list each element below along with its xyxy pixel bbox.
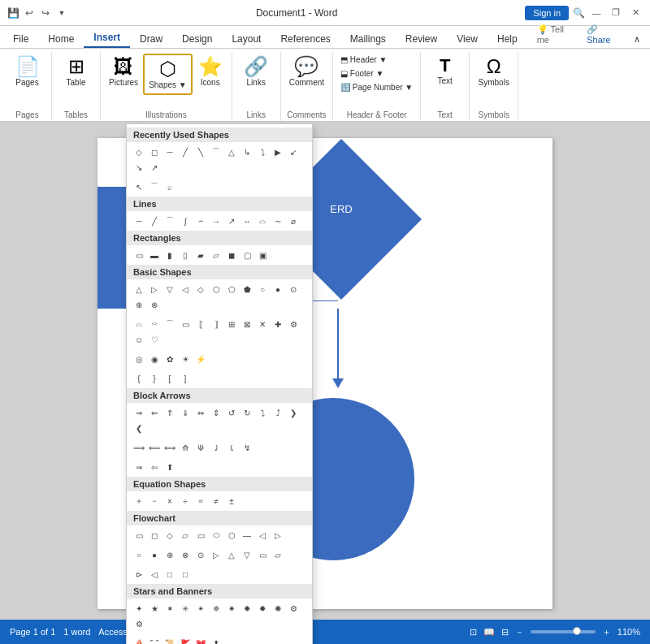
bs-brace[interactable]: ⟦ [193,317,208,331]
tell-me[interactable]: 💡 Tell me [527,21,578,48]
fc-stor[interactable]: ⬭ [209,528,223,542]
ba2-7[interactable]: ⤹ [224,440,239,455]
ba-lr[interactable]: ⇔ [193,405,208,420]
bs-brace2[interactable]: ⟧ [209,317,223,331]
tab-help[interactable]: Help [488,30,527,48]
tab-layout[interactable]: Layout [222,30,271,48]
ba-right[interactable]: ⇒ [132,405,146,420]
banner-wave1[interactable]: ⛵ [132,636,146,644]
rect-snip3[interactable]: ▰ [193,248,208,262]
bs-gear[interactable]: ⚙ [286,317,301,331]
bs-oval[interactable]: ○ [255,282,270,296]
ba-up[interactable]: ⇑ [162,405,177,420]
line-curve[interactable]: ⌓ [255,214,270,228]
ba3-2[interactable]: ⇦ [147,460,162,474]
banner-up[interactable]: ⬆ [209,636,223,644]
ba3-3[interactable]: ⬆ [162,460,177,474]
shape-arrow-curve[interactable]: ⤵ [255,145,270,159]
eq-minus[interactable]: － [147,494,162,508]
bs-ltri[interactable]: ◁ [178,282,193,296]
star-16pt[interactable]: ✸ [240,601,254,616]
shape-r3[interactable]: ⌕ [162,179,177,194]
star-32pt[interactable]: ✺ [271,601,285,616]
line-dbl[interactable]: ↔ [240,214,254,228]
shape-arc[interactable]: ⌒ [209,145,223,159]
zoom-out-button[interactable]: － [515,626,524,638]
page-number-button[interactable]: 🔢 Page Number ▼ [338,81,415,93]
pages-button[interactable]: 📄 Pages [11,54,44,90]
footer-button[interactable]: ⬓ Footer ▼ [338,67,386,80]
shape-diag1[interactable]: ╱ [178,145,193,159]
star-10pt[interactable]: ✵ [209,601,223,616]
eq-eq[interactable]: ＝ [193,494,208,508]
tab-file[interactable]: File [3,30,38,48]
collapse-ribbon-button[interactable]: ∧ [624,31,650,48]
ba-curve-d[interactable]: ⤵ [255,405,270,420]
banner-wave2[interactable]: ⛶ [147,636,162,644]
star-8pt[interactable]: ✴ [193,601,208,616]
fc2-1[interactable]: ○ [132,547,146,562]
line-straight[interactable]: ─ [132,214,146,228]
fc2-9[interactable]: ▭ [255,547,270,562]
fc-term[interactable]: ◻ [147,528,162,542]
star-24pt[interactable]: ✹ [255,601,270,616]
bs-dtri[interactable]: ▽ [162,282,177,296]
ba2-2[interactable]: ⟸ [147,440,162,455]
bs-no[interactable]: ⊠ [240,317,254,331]
line-diag[interactable]: ╱ [147,214,162,228]
fc2-7[interactable]: △ [224,547,239,562]
bs-line[interactable]: ✕ [255,317,270,331]
bs-arc[interactable]: ⌓ [132,317,146,331]
bs-x[interactable]: ⊗ [147,297,162,312]
rect-note[interactable]: ▣ [255,248,270,262]
rect-diag[interactable]: ▱ [209,248,223,262]
share-button[interactable]: 🔗 Share [577,21,624,48]
bs-plus[interactable]: ⊞ [224,317,239,331]
zoom-level[interactable]: 110% [618,627,640,637]
bs-sun[interactable]: ☀ [178,352,193,366]
bs-sr[interactable]: ] [178,371,193,386]
view-web-icon[interactable]: ⊟ [501,627,509,638]
bs-oct[interactable]: ⬟ [240,282,254,296]
ba-left[interactable]: ⇐ [147,405,162,420]
fc2-5[interactable]: ⊙ [193,547,208,562]
ba-curve-u[interactable]: ⤴ [271,405,285,420]
header-button[interactable]: ⬒ Header ▼ [338,54,389,66]
star-4pt[interactable]: ✦ [132,601,146,616]
fc-sort[interactable]: ◁ [255,528,270,542]
tab-review[interactable]: Review [396,30,447,48]
rect-double[interactable]: ◼ [224,248,239,262]
banner-ribbon[interactable]: 🎀 [193,636,208,644]
ba2-4[interactable]: ⟰ [178,440,193,455]
bs-tri[interactable]: △ [132,282,146,296]
zoom-slider[interactable] [531,630,596,633]
banner-scroll[interactable]: 📜 [162,636,177,644]
view-read-icon[interactable]: 📖 [483,627,495,638]
ba2-3[interactable]: ⟺ [162,440,177,455]
bs-pie[interactable]: ⌒ [162,317,177,331]
star-gear[interactable]: ⚙ [132,616,146,631]
tab-references[interactable]: References [271,30,340,48]
ba-down[interactable]: ⇓ [178,405,193,420]
eq-plus[interactable]: ＋ [132,494,146,508]
ba2-6[interactable]: ⤸ [209,440,223,455]
star-5pt[interactable]: ★ [147,601,162,616]
banner-flag[interactable]: 🚩 [178,636,193,644]
shape-arrow-r[interactable]: ▶ [271,145,285,159]
line-arrow[interactable]: → [209,214,223,228]
fc-seq[interactable]: — [240,528,254,542]
fc2-10[interactable]: ▱ [271,547,285,562]
fc-extract[interactable]: ▷ [271,528,285,542]
shape-line[interactable]: ─ [162,145,177,159]
restore-button[interactable]: ❐ [608,5,624,21]
shape-arrow-dr[interactable]: ↘ [132,160,146,175]
minimize-button[interactable]: — [588,5,604,21]
star-12pt[interactable]: ✷ [224,601,239,616]
fc-int[interactable]: ⬡ [224,528,239,542]
fc3-2[interactable]: ◁ [147,567,162,581]
sign-in-button[interactable]: Sign in [525,6,569,20]
shape-r1[interactable]: ↖ [132,179,146,194]
ba2-8[interactable]: ↯ [240,440,254,455]
bs-dia[interactable]: ◇ [193,282,208,296]
line-scribble[interactable]: ∼ [271,214,285,228]
